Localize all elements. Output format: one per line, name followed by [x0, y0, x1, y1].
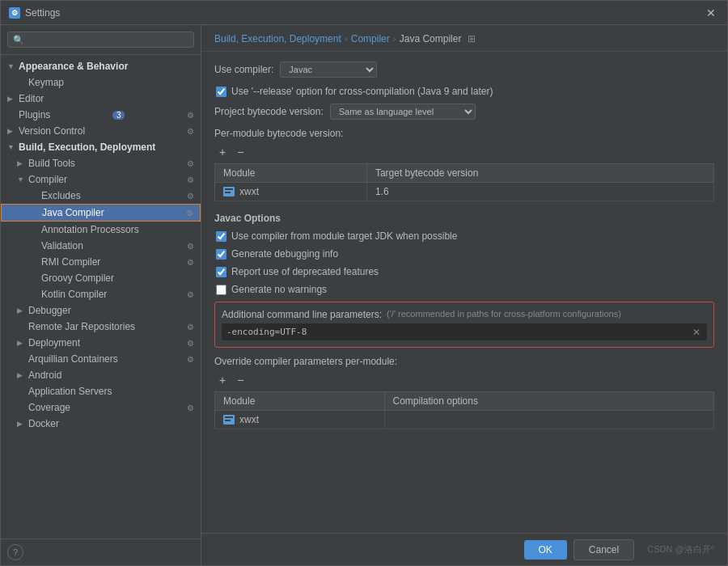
module-name-cell: xwxt	[215, 183, 367, 201]
search-box	[1, 25, 201, 55]
table-row: xwxt 1.6	[215, 183, 714, 201]
sidebar-item-editor[interactable]: Editor	[1, 91, 201, 107]
cmd-clear-button[interactable]: ✕	[689, 327, 704, 338]
sidebar-item-label: Plugins	[19, 109, 50, 120]
settings-window: ⚙ Settings ✕ Appearance & Behavior Keyma…	[0, 0, 728, 566]
release-option-label: Use '--release' option for cross-compila…	[231, 86, 493, 97]
breadcrumb-compiler[interactable]: Compiler	[351, 33, 390, 44]
settings-gear-icon: ⚙	[186, 209, 193, 218]
sidebar-item-kotlin-compiler[interactable]: Kotlin Compiler ⚙	[1, 286, 201, 302]
arrow-icon	[7, 62, 15, 70]
help-button[interactable]: ?	[7, 544, 23, 560]
remove-module-button[interactable]: −	[232, 144, 248, 160]
settings-gear-icon: ⚙	[187, 111, 194, 120]
sidebar-item-groovy-compiler[interactable]: Groovy Compiler	[1, 270, 201, 286]
sidebar-item-label: Build Tools	[28, 158, 75, 169]
sidebar-item-label: Groovy Compiler	[41, 272, 114, 284]
sidebar-item-validation[interactable]: Validation ⚙	[1, 238, 201, 254]
arrow-icon	[17, 175, 25, 184]
title-bar: ⚙ Settings ✕	[1, 1, 727, 25]
javac-label-3: Generate no warnings	[231, 284, 327, 295]
settings-gear-icon: ⚙	[187, 403, 194, 412]
javac-label-2: Report use of deprecated features	[231, 266, 379, 277]
module-folder-icon	[223, 415, 235, 424]
javac-checkbox-2[interactable]	[216, 267, 226, 277]
javac-checkbox-0[interactable]	[216, 231, 226, 242]
sidebar-item-debugger[interactable]: Debugger	[1, 302, 201, 319]
remove-override-button[interactable]: −	[232, 372, 248, 388]
search-input[interactable]	[7, 32, 194, 48]
sidebar-item-label: Version Control	[19, 125, 85, 137]
add-module-button[interactable]: +	[214, 144, 231, 160]
sidebar-item-arquillian[interactable]: Arquillian Containers ⚙	[1, 351, 201, 367]
sidebar-item-plugins[interactable]: Plugins 3 ⚙	[1, 107, 201, 123]
bytecode-version-row: Project bytecode version: Same as langua…	[214, 103, 714, 120]
javac-option-3: Generate no warnings	[214, 284, 714, 295]
override-table-toolbar: + −	[214, 372, 714, 388]
override-compilation-col-header: Compilation options	[384, 392, 713, 411]
table-row: xwxt	[215, 411, 714, 429]
sidebar-item-label: Docker	[28, 418, 59, 429]
settings-gear-icon: ⚙	[187, 192, 194, 201]
javac-checkbox-3[interactable]	[216, 285, 226, 295]
sidebar-item-appearance[interactable]: Appearance & Behavior	[1, 58, 201, 74]
sidebar-item-label: Excludes	[41, 190, 81, 201]
override-label: Override compiler parameters per-module:	[214, 356, 714, 367]
sidebar-item-excludes[interactable]: Excludes ⚙	[1, 188, 201, 204]
settings-gear-icon: ⚙	[187, 339, 194, 348]
sidebar-item-annotation-processors[interactable]: Annotation Processors	[1, 222, 201, 238]
sidebar-item-label: RMI Compiler	[41, 256, 100, 268]
ok-button[interactable]: OK	[524, 540, 567, 560]
settings-gear-icon: ⚙	[187, 258, 194, 267]
arrow-icon	[7, 95, 15, 103]
arrow-icon	[17, 306, 25, 315]
use-compiler-row: Use compiler: Javac Eclipse Ajc	[214, 61, 714, 78]
sidebar-tree: Appearance & Behavior Keymap Editor Plug…	[1, 55, 201, 539]
sidebar-item-label: Android	[28, 370, 61, 381]
sidebar-item-version-control[interactable]: Version Control ⚙	[1, 123, 201, 139]
cmd-input-field[interactable]	[225, 325, 689, 339]
javac-checkbox-1[interactable]	[216, 249, 226, 260]
sidebar-item-docker[interactable]: Docker	[1, 416, 201, 432]
sidebar-item-build-exec-deploy[interactable]: Build, Execution, Deployment	[1, 139, 201, 155]
close-button[interactable]: ✕	[703, 5, 719, 21]
sidebar-item-build-tools[interactable]: Build Tools ⚙	[1, 155, 201, 171]
target-version-cell: 1.6	[366, 183, 713, 201]
title-bar-left: ⚙ Settings	[9, 7, 60, 19]
add-override-button[interactable]: +	[214, 372, 231, 388]
main-panel: Build, Execution, Deployment › Compiler …	[201, 25, 727, 565]
use-compiler-label: Use compiler:	[214, 64, 273, 75]
cmd-input-container: ✕	[222, 323, 707, 340]
module-table-toolbar: + −	[214, 144, 714, 160]
sidebar-item-label: Java Compiler	[42, 207, 104, 218]
arrow-icon	[17, 371, 25, 379]
breadcrumb-build[interactable]: Build, Execution, Deployment	[214, 33, 341, 44]
sidebar-item-compiler[interactable]: Compiler ⚙	[1, 171, 201, 188]
javac-label-0: Use compiler from module target JDK when…	[231, 230, 457, 242]
sidebar-item-remote-jar[interactable]: Remote Jar Repositories ⚙	[1, 319, 201, 335]
bottom-bar: OK Cancel CSDN @洛白开°	[201, 533, 727, 565]
release-option-checkbox[interactable]	[216, 87, 226, 97]
sidebar-item-rmi-compiler[interactable]: RMI Compiler ⚙	[1, 254, 201, 270]
window-title: Settings	[25, 7, 60, 19]
main-content-area: Use compiler: Javac Eclipse Ajc Use '--r…	[201, 52, 727, 533]
javac-option-2: Report use of deprecated features	[214, 266, 714, 277]
settings-gear-icon: ⚙	[187, 290, 194, 299]
plugins-badge: 3	[112, 111, 125, 120]
settings-gear-icon: ⚙	[187, 355, 194, 364]
sidebar-item-deployment[interactable]: Deployment ⚙	[1, 335, 201, 351]
sidebar-item-android[interactable]: Android	[1, 367, 201, 383]
sidebar: Appearance & Behavior Keymap Editor Plug…	[1, 25, 201, 565]
sidebar-item-app-servers[interactable]: Application Servers	[1, 383, 201, 399]
sidebar-item-coverage[interactable]: Coverage ⚙	[1, 399, 201, 416]
javac-option-1: Generate debugging info	[214, 248, 714, 260]
bytecode-version-select[interactable]: Same as language level	[330, 103, 476, 120]
cancel-button[interactable]: Cancel	[574, 539, 634, 560]
sidebar-item-label: Compiler	[28, 174, 67, 185]
breadcrumb-sep2: ›	[393, 33, 396, 44]
breadcrumb: Build, Execution, Deployment › Compiler …	[201, 25, 727, 52]
sidebar-item-keymap[interactable]: Keymap	[1, 74, 201, 91]
override-module-name: xwxt	[239, 414, 259, 425]
use-compiler-select[interactable]: Javac Eclipse Ajc	[280, 61, 377, 78]
sidebar-item-java-compiler[interactable]: Java Compiler ⚙	[1, 204, 201, 222]
